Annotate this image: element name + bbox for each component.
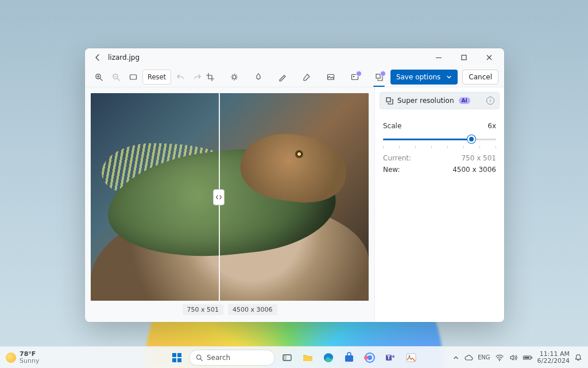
svg-rect-16 bbox=[283, 355, 287, 361]
crop-button[interactable] bbox=[202, 70, 218, 85]
super-resolution-button[interactable] bbox=[371, 70, 387, 85]
svg-point-21 bbox=[364, 355, 368, 359]
chevron-up-icon bbox=[452, 354, 459, 361]
system-tray: ENG 11:11 AM 6/22/2024 bbox=[447, 351, 588, 364]
adjustment-button[interactable] bbox=[226, 70, 242, 85]
zoom-in-button[interactable] bbox=[91, 70, 107, 85]
slider-thumb[interactable] bbox=[467, 135, 475, 143]
undo-icon bbox=[176, 72, 185, 82]
volume-icon bbox=[509, 353, 518, 362]
svg-rect-0 bbox=[462, 55, 466, 60]
action-group: Save options Cancel bbox=[390, 70, 498, 85]
current-dim-pill: 750 x 501 bbox=[183, 304, 224, 315]
taskbar-center: Search T bbox=[168, 349, 420, 366]
svg-point-7 bbox=[353, 75, 354, 76]
taskbar: 78°F Sunny Search T ENG 11:11 AM 6/22/20… bbox=[0, 346, 588, 368]
svg-rect-12 bbox=[172, 358, 176, 362]
bell-icon bbox=[574, 354, 582, 362]
task-view-icon bbox=[281, 352, 293, 363]
info-button[interactable]: i bbox=[486, 97, 494, 105]
panel-body: Scale 6x Current: 750 x 501 New: 4 bbox=[375, 114, 504, 182]
ai-badge: AI bbox=[459, 97, 470, 104]
svg-rect-13 bbox=[177, 358, 181, 362]
store-button[interactable] bbox=[341, 349, 358, 366]
generative-fill-button[interactable] bbox=[347, 70, 363, 85]
svg-rect-9 bbox=[386, 98, 390, 102]
paint-button[interactable] bbox=[403, 349, 420, 366]
explorer-button[interactable] bbox=[299, 349, 316, 366]
svg-point-4 bbox=[233, 75, 236, 79]
svg-text:T: T bbox=[387, 355, 390, 361]
clock-date: 6/22/2024 bbox=[537, 358, 570, 365]
canvas-area: 750 x 501 4500 x 3006 bbox=[85, 87, 374, 322]
teams-button[interactable]: T bbox=[382, 349, 399, 366]
crop-icon bbox=[206, 72, 215, 82]
wifi-icon bbox=[495, 353, 504, 362]
image-preview[interactable] bbox=[91, 93, 369, 301]
lizard-photo bbox=[91, 93, 369, 301]
tray-chevron[interactable] bbox=[452, 354, 459, 361]
start-button[interactable] bbox=[168, 349, 185, 366]
language-indicator[interactable]: ENG bbox=[478, 354, 490, 361]
save-options-button[interactable]: Save options bbox=[390, 70, 458, 85]
cancel-button[interactable]: Cancel bbox=[462, 70, 498, 85]
erase-icon bbox=[302, 72, 311, 82]
weather-cond: Sunny bbox=[20, 358, 39, 365]
battery-icon[interactable] bbox=[523, 353, 533, 362]
onedrive-icon[interactable] bbox=[464, 353, 473, 362]
erase-button[interactable] bbox=[299, 70, 315, 85]
slider-ticks bbox=[383, 146, 496, 148]
toolbar: Reset Save options Cancel bbox=[85, 67, 504, 87]
maximize-button[interactable] bbox=[451, 48, 477, 67]
battery-icon bbox=[523, 353, 533, 362]
clock[interactable]: 11:11 AM 6/22/2024 bbox=[537, 351, 570, 364]
notifications-button[interactable] bbox=[574, 354, 582, 362]
current-value: 750 x 501 bbox=[461, 154, 496, 162]
svg-rect-18 bbox=[345, 355, 353, 362]
redo-icon bbox=[193, 72, 202, 82]
scale-value: 6x bbox=[488, 122, 496, 130]
fit-screen-button[interactable] bbox=[125, 70, 141, 85]
edge-icon bbox=[323, 352, 334, 363]
filter-button[interactable] bbox=[250, 70, 266, 85]
taskbar-search[interactable]: Search bbox=[189, 350, 275, 366]
copilot-button[interactable] bbox=[361, 349, 378, 366]
window-controls bbox=[426, 48, 502, 67]
back-button[interactable] bbox=[90, 49, 106, 66]
ai-badge-icon bbox=[380, 71, 386, 76]
edge-button[interactable] bbox=[320, 349, 337, 366]
search-placeholder: Search bbox=[207, 354, 230, 362]
paint-icon bbox=[405, 352, 417, 363]
undo-button[interactable] bbox=[172, 70, 188, 85]
clock-time: 11:11 AM bbox=[537, 351, 570, 358]
svg-rect-11 bbox=[177, 353, 181, 357]
volume-icon[interactable] bbox=[509, 353, 518, 362]
new-label: New: bbox=[383, 166, 400, 174]
close-icon bbox=[485, 53, 494, 62]
new-dim-pill: 4500 x 3006 bbox=[228, 304, 277, 315]
wifi-icon[interactable] bbox=[495, 353, 504, 362]
svg-rect-29 bbox=[531, 356, 532, 358]
svg-point-20 bbox=[368, 355, 372, 360]
windows-start-icon bbox=[171, 352, 183, 363]
search-icon bbox=[195, 354, 203, 362]
task-view-button[interactable] bbox=[278, 349, 296, 366]
close-button[interactable] bbox=[477, 48, 502, 67]
markup-button[interactable] bbox=[274, 70, 291, 85]
svg-rect-30 bbox=[524, 356, 529, 358]
compare-handle[interactable] bbox=[213, 189, 225, 205]
save-options-label: Save options bbox=[396, 73, 440, 81]
dimension-labels: 750 x 501 4500 x 3006 bbox=[91, 301, 369, 320]
zoom-out-button[interactable] bbox=[108, 70, 124, 85]
scale-slider[interactable] bbox=[383, 133, 496, 145]
weather-sun-icon bbox=[6, 352, 16, 363]
reset-button[interactable]: Reset bbox=[142, 70, 171, 85]
store-icon bbox=[343, 352, 355, 363]
background-remove-button[interactable] bbox=[323, 70, 339, 85]
weather-widget[interactable]: 78°F Sunny bbox=[0, 351, 45, 364]
minimize-button[interactable] bbox=[426, 48, 451, 67]
copilot-icon bbox=[364, 352, 376, 363]
edit-tools-group bbox=[202, 70, 387, 85]
chevron-down-icon bbox=[446, 74, 452, 80]
svg-point-26 bbox=[409, 355, 411, 356]
